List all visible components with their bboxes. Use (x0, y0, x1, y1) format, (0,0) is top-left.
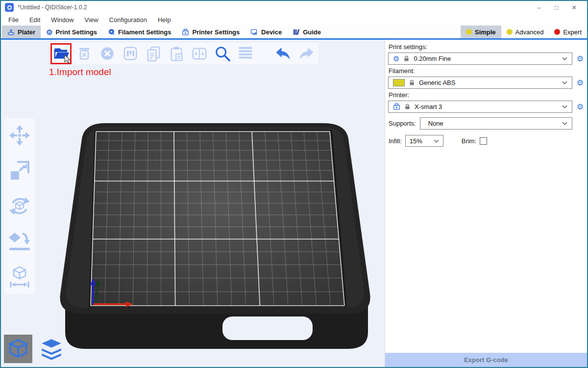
print-settings-gear-button[interactable]: ⚙ (575, 55, 585, 63)
printer-icon (182, 28, 189, 36)
printer-combo[interactable]: X-smart 3 (388, 101, 572, 113)
lock-icon (404, 104, 411, 110)
tab-print-settings[interactable]: ⚙ Print Settings (41, 26, 102, 38)
arrange-button[interactable] (121, 44, 140, 63)
filament-combo[interactable]: Generic ABS (388, 77, 572, 89)
brim-checkbox[interactable] (480, 137, 487, 145)
filament-icon (108, 28, 115, 36)
editor-view-button[interactable] (4, 335, 32, 363)
search-icon (214, 45, 231, 62)
tab-device[interactable]: Device (245, 26, 287, 38)
printer-gear-button[interactable]: ⚙ (575, 103, 585, 111)
mode-advanced[interactable]: Advanced (501, 26, 549, 38)
mode-label: Advanced (515, 28, 544, 36)
undo-button[interactable] (274, 44, 293, 63)
place-on-face-icon (8, 230, 31, 253)
infill-combo[interactable]: 15% (405, 135, 443, 147)
gear-icon: ⚙ (393, 55, 399, 62)
print-settings-value: 0.20mm Fine (414, 55, 451, 62)
viewport-3d[interactable]: 1.Import model (1, 40, 385, 367)
infill-row: Infill: 15% Brim: (389, 135, 585, 147)
app-window: *Untitled - QIDISlicer-1.0.2 – □ ✕ File … (0, 0, 588, 368)
menu-view[interactable]: View (79, 16, 104, 24)
tab-plater[interactable]: Plater (2, 26, 41, 38)
object-tools-toolbar (4, 118, 35, 294)
filament-label: Filament: (389, 67, 585, 75)
move-icon (8, 124, 31, 147)
rotate-icon (8, 195, 31, 217)
print-settings-label: Print settings: (389, 43, 585, 51)
printer-label: Printer: (389, 91, 585, 99)
trash-icon (76, 45, 93, 62)
import-model-annotation: 1.Import model (49, 67, 111, 78)
advanced-mode-icon (507, 29, 513, 35)
mode-switcher: Simple Advanced Expert (461, 26, 587, 38)
tab-label: Filament Settings (118, 28, 171, 36)
maximize-button[interactable]: □ (548, 1, 565, 13)
delete-all-icon (99, 45, 116, 62)
filament-value: Generic ABS (419, 79, 455, 86)
device-icon (250, 28, 258, 36)
split-button[interactable] (190, 44, 209, 63)
brim-label: Brim: (462, 137, 476, 145)
tab-guide[interactable]: Guide (287, 26, 326, 38)
tab-label: Device (261, 28, 282, 36)
search-button[interactable] (213, 44, 232, 63)
place-on-face-tool-button[interactable] (8, 230, 31, 253)
move-tool-button[interactable] (8, 124, 31, 147)
print-settings-combo[interactable]: ⚙ 0.20mm Fine (388, 53, 572, 65)
rotate-tool-button[interactable] (8, 195, 31, 217)
import-model-button[interactable] (52, 44, 71, 63)
redo-icon (297, 46, 315, 61)
menu-help[interactable]: Help (152, 16, 176, 24)
delete-button[interactable] (75, 44, 94, 63)
chevron-down-icon (562, 57, 567, 60)
gear-icon: ⚙ (46, 28, 52, 36)
title-bar: *Untitled - QIDISlicer-1.0.2 – □ ✕ (1, 1, 587, 14)
chevron-down-icon (562, 122, 567, 125)
window-title: *Untitled - QIDISlicer-1.0.2 (18, 4, 87, 11)
tab-label: Guide (303, 28, 321, 36)
plater-icon (7, 28, 15, 36)
chevron-down-icon (562, 105, 567, 108)
mode-label: Simple (475, 28, 496, 36)
measure-tool-button[interactable] (8, 265, 31, 288)
printer-value: X-smart 3 (415, 103, 442, 110)
tab-filament-settings[interactable]: Filament Settings (102, 26, 176, 38)
supports-value: None (428, 120, 443, 127)
simple-mode-icon (466, 29, 472, 35)
3d-editor-icon (6, 337, 30, 361)
paste-button[interactable] (167, 44, 186, 63)
minimize-button[interactable]: – (530, 1, 548, 13)
supports-combo[interactable]: None (420, 117, 572, 130)
redo-button[interactable] (297, 44, 316, 63)
tab-printer-settings[interactable]: Printer Settings (176, 26, 245, 38)
mode-label: Expert (563, 28, 582, 36)
supports-label: Supports: (389, 120, 416, 127)
infill-label: Infill: (389, 137, 402, 145)
undo-icon (274, 46, 292, 61)
arrange-icon (122, 45, 139, 62)
copy-button[interactable] (144, 44, 163, 63)
scale-tool-button[interactable] (8, 159, 31, 182)
mode-simple[interactable]: Simple (461, 26, 501, 38)
filament-row: Generic ABS ⚙ (388, 77, 585, 89)
measure-icon (8, 265, 31, 288)
menu-window[interactable]: Window (46, 16, 79, 24)
filament-gear-button[interactable]: ⚙ (575, 79, 585, 87)
mode-expert[interactable]: Expert (549, 26, 587, 38)
window-controls: – □ ✕ (530, 1, 583, 13)
settings-sidebar: Print settings: ⚙ 0.20mm Fine ⚙ Filament… (385, 40, 587, 367)
filament-color-swatch (393, 79, 405, 86)
close-button[interactable]: ✕ (565, 1, 583, 13)
guide-icon (293, 28, 300, 36)
export-gcode-button[interactable]: Export G-code (385, 353, 587, 367)
printer-row: X-smart 3 ⚙ (388, 101, 585, 113)
layer-height-icon (237, 45, 254, 62)
menu-edit[interactable]: Edit (24, 16, 46, 24)
variable-layer-height-button[interactable] (236, 44, 255, 63)
delete-all-button[interactable] (98, 44, 117, 63)
preview-view-button[interactable] (37, 335, 66, 363)
menu-configuration[interactable]: Configuration (104, 16, 152, 24)
menu-file[interactable]: File (3, 16, 24, 24)
